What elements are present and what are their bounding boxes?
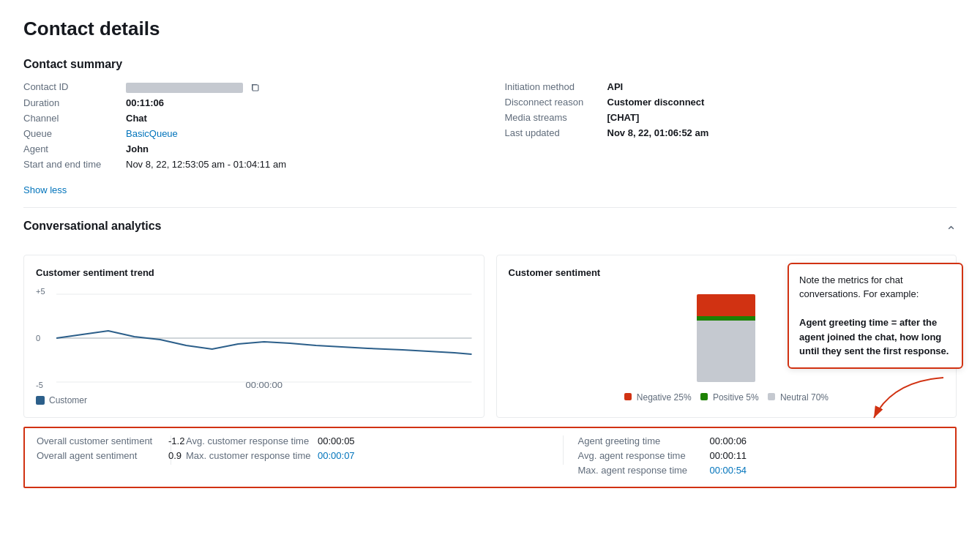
max-customer-value[interactable]: 00:00:07 xyxy=(318,450,355,461)
max-agent-label: Max. agent response time xyxy=(578,465,710,476)
disconnect-reason-value: Customer disconnect xyxy=(607,97,705,108)
avg-customer-response-row: Avg. customer response time 00:00:05 xyxy=(186,435,548,446)
duration-row: Duration 00:11:06 xyxy=(23,97,476,108)
analytics-section: Conversational analytics ⌃ Customer sent… xyxy=(23,220,957,488)
media-streams-label: Media streams xyxy=(505,112,607,123)
agent-metrics: Agent greeting time 00:00:06 Avg. agent … xyxy=(564,435,956,479)
annotation-text-1: Note the metrics for chat conversations.… xyxy=(799,274,919,300)
agent-greeting-value: 00:00:06 xyxy=(710,435,747,446)
avg-customer-value: 00:00:05 xyxy=(318,435,355,446)
negative-label: Negative 25% xyxy=(637,392,692,403)
avg-agent-response-row: Avg. agent response time 00:00:11 xyxy=(578,450,941,461)
yaxis-minus5: -5 xyxy=(36,381,52,389)
contact-id-row: Contact ID xyxy=(23,81,476,93)
overall-customer-sentiment-row: Overall customer sentiment -1.2 xyxy=(37,435,159,446)
metrics-row: Overall customer sentiment -1.2 Overall … xyxy=(23,427,957,488)
queue-label: Queue xyxy=(23,128,126,139)
agent-row: Agent John xyxy=(23,143,476,154)
contact-summary-section: Contact summary Contact ID Duration 00:1… xyxy=(23,58,957,195)
negative-segment xyxy=(697,294,755,316)
yaxis-plus5: +5 xyxy=(36,287,52,296)
agent-greeting-time-row: Agent greeting time 00:00:06 xyxy=(578,435,941,446)
sentiment-trend-title: Customer sentiment trend xyxy=(36,267,472,278)
yaxis-zero: 0 xyxy=(36,334,52,343)
queue-value[interactable]: BasicQueue xyxy=(126,128,178,139)
trend-yaxis: +5 0 -5 xyxy=(36,287,56,389)
last-updated-label: Last updated xyxy=(505,127,607,138)
agent-value: John xyxy=(126,143,149,154)
media-streams-row: Media streams [CHAT] xyxy=(505,112,957,123)
contact-id-value xyxy=(126,81,261,93)
chevron-up-icon[interactable]: ⌃ xyxy=(946,223,957,239)
max-agent-response-row: Max. agent response time 00:00:54 xyxy=(578,465,941,476)
negative-dot xyxy=(624,393,632,400)
metrics-bottom-wrap: Overall customer sentiment -1.2 Overall … xyxy=(23,427,957,488)
overall-customer-label: Overall customer sentiment xyxy=(37,435,168,446)
channel-value: Chat xyxy=(126,113,147,124)
trend-svg-wrap: 00:00:00 xyxy=(56,287,472,389)
annotation-text-2: Agent greeting time = after the agent jo… xyxy=(799,317,949,356)
max-customer-response-row: Max. customer response time 00:00:07 xyxy=(186,450,548,461)
negative-legend: Negative 25% xyxy=(624,392,692,403)
agent-greeting-label: Agent greeting time xyxy=(578,435,710,446)
avg-agent-value: 00:00:11 xyxy=(710,450,747,461)
overall-metrics: Overall customer sentiment -1.2 Overall … xyxy=(25,435,171,465)
bar-stack xyxy=(697,294,755,382)
avg-customer-label: Avg. customer response time xyxy=(186,435,318,446)
start-end-time-value: Nov 8, 22, 12:53:05 am - 01:04:11 am xyxy=(126,159,286,170)
customer-legend-square xyxy=(36,396,45,405)
channel-row: Channel Chat xyxy=(23,113,476,124)
show-less-button[interactable]: Show less xyxy=(23,184,67,195)
overall-agent-sentiment-row: Overall agent sentiment 0.9 xyxy=(37,450,159,461)
disconnect-reason-row: Disconnect reason Customer disconnect xyxy=(505,97,957,108)
trend-chart-area: +5 0 -5 00:00:00 xyxy=(36,287,472,389)
agent-label: Agent xyxy=(23,143,126,154)
sentiment-bar-chart: Customer sentiment Negative 25% xyxy=(496,255,957,418)
start-end-time-label: Start and end time xyxy=(23,159,126,170)
queue-row: Queue BasicQueue xyxy=(23,128,476,139)
neutral-dot xyxy=(768,393,775,400)
sentiment-trend-chart: Customer sentiment trend +5 0 -5 xyxy=(23,255,485,418)
annotation-box: Note the metrics for chat conversations.… xyxy=(788,263,963,369)
divider-1 xyxy=(23,207,957,208)
duration-label: Duration xyxy=(23,97,126,108)
neutral-label: Neutral 70% xyxy=(780,392,828,403)
contact-id-blurred xyxy=(126,83,243,93)
charts-row: Customer sentiment trend +5 0 -5 xyxy=(23,255,957,418)
positive-label: Positive 5% xyxy=(713,392,759,403)
customer-metrics: Avg. customer response time 00:00:05 Max… xyxy=(171,435,564,465)
contact-summary-right: Initiation method API Disconnect reason … xyxy=(505,81,957,174)
last-updated-value: Nov 8, 22, 01:06:52 am xyxy=(607,127,709,138)
duration-value: 00:11:06 xyxy=(126,97,164,108)
contact-summary-grid: Contact ID Duration 00:11:06 Channel Cha… xyxy=(23,81,957,174)
max-agent-value[interactable]: 00:00:54 xyxy=(710,465,747,476)
analytics-header: Conversational analytics ⌃ xyxy=(23,220,957,243)
positive-legend: Positive 5% xyxy=(700,392,759,403)
media-streams-value: [CHAT] xyxy=(607,112,640,123)
contact-summary-title: Contact summary xyxy=(23,58,957,71)
positive-dot xyxy=(700,393,708,400)
disconnect-reason-label: Disconnect reason xyxy=(505,97,607,108)
customer-legend-label: Customer xyxy=(49,395,87,405)
last-updated-row: Last updated Nov 8, 22, 01:06:52 am xyxy=(505,127,957,138)
neutral-legend: Neutral 70% xyxy=(768,392,828,403)
page-title: Contact details xyxy=(23,18,957,40)
svg-rect-0 xyxy=(253,85,258,91)
overall-agent-label: Overall agent sentiment xyxy=(37,450,168,461)
trend-legend: Customer xyxy=(36,395,472,405)
channel-label: Channel xyxy=(23,113,126,124)
initiation-method-label: Initiation method xyxy=(505,81,607,92)
initiation-method-value: API xyxy=(607,81,624,92)
initiation-method-row: Initiation method API xyxy=(505,81,957,92)
max-customer-label: Max. customer response time xyxy=(186,450,318,461)
contact-summary-left: Contact ID Duration 00:11:06 Channel Cha… xyxy=(23,81,476,174)
svg-text:00:00:00: 00:00:00 xyxy=(245,381,283,389)
avg-agent-label: Avg. agent response time xyxy=(578,450,710,461)
contact-id-label: Contact ID xyxy=(23,81,126,92)
neutral-segment xyxy=(697,321,755,382)
copy-icon[interactable] xyxy=(250,83,261,93)
sentiment-legend: Negative 25% Positive 5% Neutral 70% xyxy=(624,392,829,403)
analytics-title: Conversational analytics xyxy=(23,220,162,233)
start-end-time-row: Start and end time Nov 8, 22, 12:53:05 a… xyxy=(23,159,476,170)
